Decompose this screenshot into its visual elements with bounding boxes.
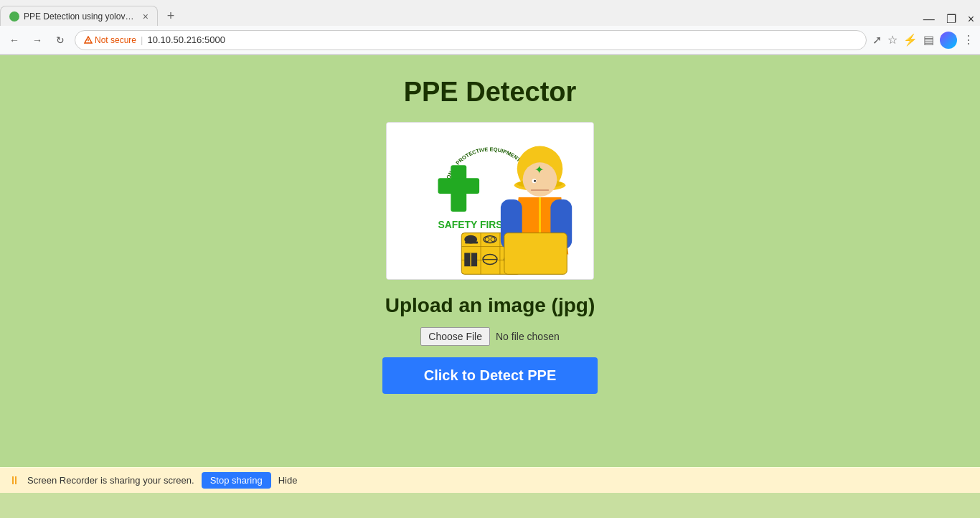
svg-point-1 xyxy=(88,41,88,42)
back-button[interactable]: ← xyxy=(6,32,23,49)
profile-avatar[interactable] xyxy=(940,32,957,49)
close-button[interactable]: × xyxy=(968,13,974,26)
warning-icon xyxy=(84,36,93,44)
tab-close-icon[interactable]: × xyxy=(143,11,149,22)
svg-point-29 xyxy=(534,180,536,182)
ppe-svg-illustration: PERSONAL PROTECTIVE EQUIPMENT SAFETY FIR… xyxy=(387,122,593,280)
tab-favicon xyxy=(9,11,19,22)
tab-bar: PPE Detection using yolov5 mod... × + — … xyxy=(0,0,980,26)
not-secure-indicator: Not secure xyxy=(84,35,136,45)
sidebar-icon[interactable]: ▤ xyxy=(923,33,934,47)
upload-label: Upload an image (jpg) xyxy=(385,294,595,317)
reload-button[interactable]: ↻ xyxy=(52,32,69,49)
pause-icon: ⏸ xyxy=(9,474,20,487)
no-file-text: No file chosen xyxy=(496,331,560,342)
hero-image: PERSONAL PROTECTIVE EQUIPMENT SAFETY FIR… xyxy=(386,122,594,280)
stop-sharing-button[interactable]: Stop sharing xyxy=(202,472,271,489)
url-text: 10.10.50.216:5000 xyxy=(147,34,225,45)
browser-chrome: PPE Detection using yolov5 mod... × + — … xyxy=(0,0,980,55)
svg-text:✦: ✦ xyxy=(534,164,544,176)
address-bar-actions: ➚ ☆ ⚡ ▤ ⋮ xyxy=(872,32,974,49)
address-divider: | xyxy=(141,34,143,45)
new-tab-button[interactable]: + xyxy=(161,6,181,26)
file-input-row: Choose File No file chosen xyxy=(420,327,559,346)
screen-recorder-message: Screen Recorder is sharing your screen. xyxy=(27,475,194,486)
svg-rect-13 xyxy=(465,242,478,244)
svg-text:SAFETY FIRST: SAFETY FIRST xyxy=(438,219,509,230)
forward-button[interactable]: → xyxy=(29,32,46,49)
choose-file-button[interactable]: Choose File xyxy=(420,327,490,346)
address-bar: ← → ↻ Not secure | 10.10.50.216:5000 ➚ ☆… xyxy=(0,26,980,55)
screen-recorder-bar: ⏸ Screen Recorder is sharing your screen… xyxy=(0,467,980,493)
detect-ppe-button[interactable]: Click to Detect PPE xyxy=(382,357,598,394)
svg-rect-5 xyxy=(438,178,480,194)
url-field[interactable]: Not secure | 10.10.50.216:5000 xyxy=(75,30,867,50)
minimize-button[interactable]: — xyxy=(923,13,935,26)
menu-icon[interactable]: ⋮ xyxy=(963,33,974,47)
share-icon[interactable]: ➚ xyxy=(872,33,882,47)
page-content: PPE Detector PERSONAL PROTECTIVE EQUIPME… xyxy=(0,55,980,493)
extensions-icon[interactable]: ⚡ xyxy=(903,33,918,47)
active-tab[interactable]: PPE Detection using yolov5 mod... × xyxy=(0,6,158,26)
tab-title: PPE Detection using yolov5 mod... xyxy=(24,11,138,22)
maximize-button[interactable]: ❐ xyxy=(946,12,956,26)
hide-button[interactable]: Hide xyxy=(278,475,298,486)
window-controls: — ❐ × xyxy=(923,12,980,26)
svg-rect-35 xyxy=(504,233,567,275)
page-title: PPE Detector xyxy=(404,77,577,108)
bookmark-icon[interactable]: ☆ xyxy=(887,33,897,47)
